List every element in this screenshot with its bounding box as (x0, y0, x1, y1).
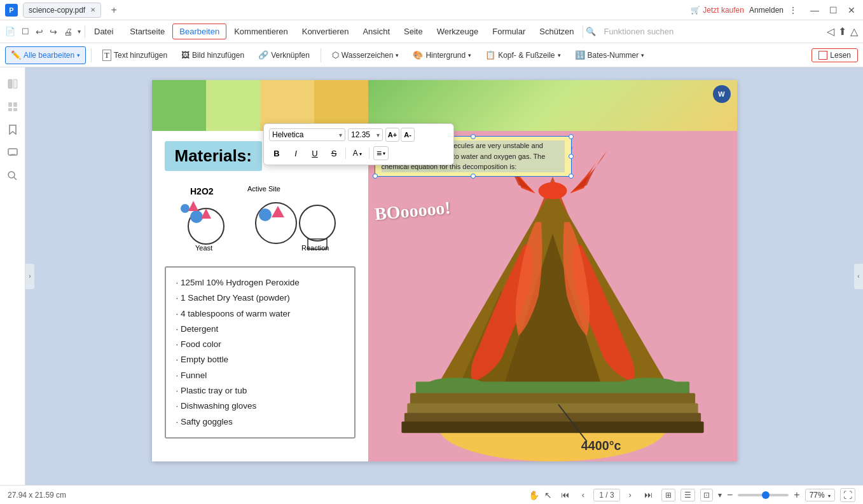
read-button[interactable]: Lesen (811, 48, 858, 62)
svg-point-33 (538, 182, 567, 200)
text-color-button[interactable]: A ▾ (350, 146, 365, 161)
add-image-button[interactable]: 🖼 Bild hinzufügen (176, 46, 250, 64)
link-button[interactable]: 🔗 Verknüpfen (252, 46, 315, 64)
add-text-button[interactable]: T Text hinzufügen (97, 46, 173, 64)
share-icon[interactable]: ◁ (827, 25, 834, 37)
alignment-select[interactable]: ≡ ▾ (373, 146, 389, 160)
menu-konvertieren[interactable]: Konvertieren (296, 24, 356, 39)
page-view-button[interactable]: ⊞ (661, 489, 675, 501)
volcano-svg: 4400°c (368, 131, 737, 461)
total-pages: 3 (610, 491, 614, 500)
list-item-3: 4 tablespoons of warm water (176, 306, 344, 322)
title-bar-right: 🛒 Jetzt kaufen Anmelden ⋮ — ☐ ✕ (691, 5, 858, 15)
menu-startseite[interactable]: Startseite (123, 24, 171, 39)
watermark-icon: ⬡ (332, 50, 339, 60)
strikethrough-button[interactable]: S (326, 146, 342, 161)
last-page-button[interactable]: ⏭ (640, 489, 656, 501)
menu-divider-2 (583, 25, 583, 38)
page-indicator[interactable]: 1 / 3 (593, 489, 619, 501)
read-checkbox[interactable] (818, 51, 827, 60)
increase-font-icon: A+ (388, 131, 397, 139)
menu-werkzeuge[interactable]: Werkzeuge (431, 24, 485, 39)
menu-kommentieren[interactable]: Kommentieren (228, 24, 294, 39)
menu-schuetzen[interactable]: Schützen (533, 24, 580, 39)
undo-button[interactable]: ↩ (33, 25, 46, 38)
menu-bearbeiten[interactable]: Bearbeiten (172, 24, 226, 39)
font-family-select[interactable]: Helvetica ▾ (269, 128, 345, 141)
toolbar-icon-1[interactable]: ☐ (19, 25, 32, 37)
svg-rect-4 (8, 108, 12, 111)
svg-text:Active Site: Active Site (247, 185, 280, 193)
menu-ansicht[interactable]: Ansicht (356, 24, 396, 39)
italic-button[interactable]: I (288, 146, 303, 161)
minimize-button[interactable]: — (808, 5, 822, 15)
handle-tm (471, 134, 476, 139)
svg-marker-15 (188, 201, 198, 211)
more-options-button[interactable]: ⋮ (789, 5, 797, 15)
thumbnail-icon[interactable] (4, 98, 22, 116)
background-chevron: ▾ (468, 52, 471, 58)
tab-close-icon[interactable]: ✕ (90, 6, 95, 13)
pdf-area[interactable]: Helvetica ▾ 12.35 ▾ A+ A- B (34, 67, 854, 485)
dimensions-label: 27.94 x 21.59 cm (8, 491, 66, 500)
increase-font-button[interactable]: A+ (385, 128, 399, 142)
list-item-6: Empty bottle (176, 352, 344, 367)
upload-icon[interactable]: ⬆ (838, 25, 846, 37)
all-edit-button[interactable]: ✏️ Alle bearbeiten ▾ (5, 46, 86, 64)
bates-button[interactable]: 🔢 Bates-Nummer ▾ (569, 46, 651, 64)
next-page-button[interactable]: › (625, 489, 635, 501)
dropdown-arrow[interactable]: ▾ (76, 27, 82, 36)
hand-tool-icon[interactable]: ✋ (528, 490, 539, 500)
continuous-view-button[interactable]: ☰ (680, 489, 695, 501)
login-button[interactable]: Anmelden (749, 6, 784, 15)
watermark-button[interactable]: ⬡ Wasserzeichen ▾ (326, 46, 405, 64)
font-size-label: 12.35 (351, 130, 370, 139)
font-size-select[interactable]: 12.35 ▾ (348, 128, 383, 141)
pdf-tab[interactable]: science-copy.pdf ✕ (23, 3, 101, 18)
menu-funktionen[interactable]: Funktionen suchen (597, 24, 680, 39)
close-button[interactable]: ✕ (845, 5, 858, 15)
svg-line-8 (14, 177, 17, 180)
expand-icon[interactable]: △ (850, 25, 858, 37)
buy-button[interactable]: 🛒 Jetzt kaufen (691, 6, 744, 15)
menu-seite[interactable]: Seite (397, 24, 429, 39)
menu-datei[interactable]: Datei (88, 24, 120, 39)
zoom-out-button[interactable]: − (727, 489, 733, 501)
svg-rect-32 (401, 421, 703, 433)
handle-br (569, 174, 574, 179)
handle-tr (569, 134, 574, 139)
bookmark-icon[interactable] (4, 121, 22, 139)
zoom-level-select[interactable]: 77% ▾ (805, 489, 835, 501)
left-collapse-arrow[interactable]: › (25, 264, 34, 289)
align-icon: ≡ (376, 148, 382, 158)
fullscreen-button[interactable]: ⛶ (840, 488, 855, 502)
comment-icon[interactable] (4, 144, 22, 161)
header-footer-button[interactable]: 📋 Kopf- & Fußzeile ▾ (480, 46, 566, 64)
zoom-fit-button[interactable]: ⊡ (700, 489, 713, 501)
print-icon[interactable]: 🖨 (61, 25, 75, 38)
font-size-buttons: A+ A- (385, 128, 415, 142)
underline-button[interactable]: U (307, 146, 322, 161)
svg-text:Yeast: Yeast (195, 244, 212, 252)
right-collapse-arrow[interactable]: ‹ (854, 264, 863, 289)
prev-page-button[interactable]: ‹ (578, 489, 588, 501)
enzyme-diagram: H2O2 Active Site (165, 179, 356, 261)
search-sidebar-icon[interactable] (4, 167, 22, 184)
list-item-8: Plastic tray or tub (176, 383, 344, 398)
background-button[interactable]: 🎨 Hintergrund ▾ (407, 46, 477, 64)
zoom-slider[interactable] (738, 494, 789, 496)
bold-button[interactable]: B (269, 146, 284, 161)
edit-icon: ✏️ (11, 50, 21, 60)
add-tab-button[interactable]: + (106, 3, 121, 18)
maximize-button[interactable]: ☐ (827, 5, 840, 15)
search-icon: 🔍 (586, 27, 596, 36)
cursor-tool-icon[interactable]: ↖ (544, 490, 552, 500)
sidebar-collapse-button[interactable] (4, 75, 22, 93)
menu-formular[interactable]: Formular (486, 24, 532, 39)
watermark-label: Wasserzeichen (342, 51, 394, 60)
zoom-in-button[interactable]: + (794, 489, 799, 501)
first-page-button[interactable]: ⏮ (557, 489, 573, 501)
redo-button[interactable]: ↪ (47, 25, 60, 38)
decrease-font-button[interactable]: A- (401, 128, 415, 142)
zoom-options-button[interactable]: ▾ (718, 491, 722, 500)
